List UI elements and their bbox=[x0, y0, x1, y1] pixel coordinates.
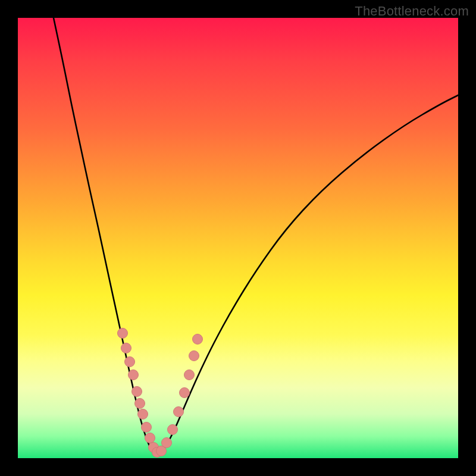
watermark-text: TheBottleneck.com bbox=[355, 4, 469, 19]
chart-svg bbox=[18, 18, 458, 458]
data-point bbox=[125, 357, 135, 367]
plot-area bbox=[18, 18, 458, 458]
chart-frame: TheBottleneck.com bbox=[0, 0, 476, 476]
data-point bbox=[121, 343, 131, 353]
data-point bbox=[168, 425, 178, 435]
data-point bbox=[118, 328, 128, 339]
curve-right-branch bbox=[155, 95, 458, 455]
data-point bbox=[174, 407, 184, 417]
data-point bbox=[189, 351, 199, 361]
data-point bbox=[180, 388, 190, 398]
data-point bbox=[145, 433, 155, 443]
data-point bbox=[138, 409, 148, 419]
data-point bbox=[193, 334, 203, 345]
data-point bbox=[135, 399, 145, 409]
data-point bbox=[132, 387, 142, 397]
data-point bbox=[142, 422, 152, 433]
curve-group bbox=[54, 18, 458, 455]
data-point bbox=[129, 370, 139, 380]
data-point bbox=[162, 438, 172, 448]
data-point bbox=[184, 370, 195, 380]
